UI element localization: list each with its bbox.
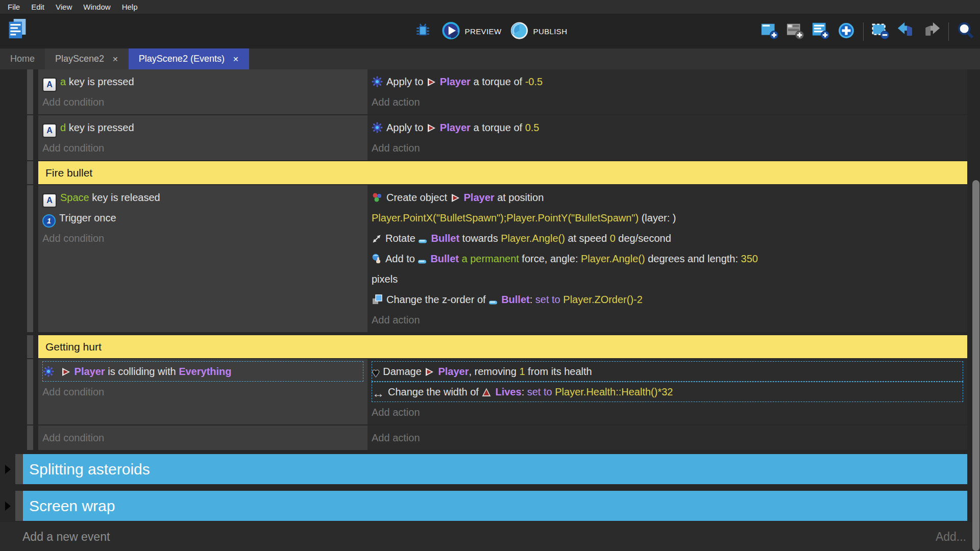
action[interactable]: Apply to Player a torque of -0.5 [372,71,963,92]
group-bar[interactable]: Screen wrap [23,491,967,521]
comment-bar[interactable]: Getting hurt [38,335,967,358]
condition-text: Player [75,366,105,377]
add-condition-button[interactable]: Add condition [42,382,363,402]
expand-group-button[interactable] [0,454,15,484]
tab-playscene2[interactable]: PlayScene2✕ [45,48,129,69]
event-row: Aa key is pressedAdd conditionApply to P… [27,69,967,114]
event-row: ASpace key is released1Trigger onceAdd c… [27,185,967,332]
redo-button[interactable] [921,21,942,42]
conditions-cell: Player is colliding with EverythingAdd c… [38,359,368,424]
action-text: force, angle: [519,253,581,264]
add-action-button[interactable]: Add action [372,402,963,422]
action-text: Add to [385,253,418,264]
close-tab-icon[interactable]: ✕ [112,55,118,63]
menu-item-edit[interactable]: Edit [26,2,50,12]
vertical-scrollbar[interactable] [972,180,979,551]
redo-icon [922,21,941,42]
width-arrow-icon: ↔ [372,387,384,399]
preview-button[interactable]: PREVIEW [442,21,502,42]
action[interactable]: ♥Damage Player, removing 1 from its heal… [372,361,963,382]
comment-bar[interactable]: Fire bullet [38,161,967,184]
add-subevent-button[interactable] [785,21,805,42]
close-tab-icon[interactable]: ✕ [233,55,239,63]
tab-playscene2-events[interactable]: PlayScene2 (Events)✕ [129,48,249,69]
action[interactable]: Apply to Player a torque of 0.5 [372,117,963,138]
event-drag-handle[interactable] [15,491,23,521]
actions-cell: Apply to Player a torque of -0.5Add acti… [368,69,967,114]
action-text: 0 [610,233,616,244]
action-text: Player [464,192,495,203]
event-drag-handle[interactable] [27,425,33,450]
event-drag-handle[interactable] [27,335,33,358]
add-condition-button[interactable]: Add condition [42,428,363,448]
action[interactable]: Change the z-order of Bullet: set to Pla… [372,289,963,310]
group-event-row: Screen wrap [0,491,967,521]
menu-item-view[interactable]: View [50,2,78,12]
condition[interactable]: ASpace key is released [42,187,363,208]
conditions-cell: Add condition [38,425,368,450]
debug-button[interactable] [413,21,433,42]
undo-button[interactable] [896,21,916,42]
search-events-button[interactable] [955,21,976,42]
action-text: Apply to [386,122,426,133]
tab-home[interactable]: Home [0,48,45,69]
event-drag-handle[interactable] [27,115,33,160]
keyboard-key-icon: A [42,78,57,92]
add-event-button[interactable] [760,21,780,42]
event-drag-handle[interactable] [27,359,33,424]
action-text: Player [440,76,471,87]
event-drag-handle[interactable] [27,161,33,184]
trigger-once-icon: 1 [42,214,56,228]
publish-globe-icon [509,21,529,42]
action-text: Damage [383,366,424,377]
add-button[interactable]: Add... [936,530,966,544]
add-new-event-button[interactable]: Add a new event [22,530,110,544]
condition-text: a [60,76,66,87]
action-text: Player.ZOrder()-2 [563,294,643,305]
publish-button[interactable]: PUBLISH [509,21,567,42]
bullet-icon [418,259,427,264]
event-drag-handle[interactable] [27,69,33,114]
action[interactable]: Create object Player at position Player.… [372,187,963,228]
event-drag-handle[interactable] [15,454,23,484]
expand-group-button[interactable] [0,491,15,521]
project-manager-button[interactable] [6,17,29,43]
player-ship-icon [426,77,436,87]
comment-text: Getting hurt [45,341,102,353]
debug-icon [414,22,432,41]
add-action-button[interactable]: Add action [372,92,963,112]
action[interactable]: Rotate Bullet towards Player.Angle() at … [372,228,963,248]
menu-item-window[interactable]: Window [78,2,116,12]
conditions-cell: Aa key is pressedAdd condition [38,69,368,114]
action-text: Bullet [430,253,459,264]
action[interactable]: Add to Bullet a permanent force, angle: … [372,248,963,289]
add-action-button[interactable]: Add action [372,138,963,158]
condition[interactable]: Aa key is pressed [42,71,363,92]
add-event-icon [760,21,779,42]
add-condition-button[interactable]: Add condition [42,138,363,158]
condition[interactable]: 1Trigger once [42,208,363,228]
group-bar[interactable]: Splitting asteroids [23,454,967,484]
condition[interactable]: Ad key is pressed [42,117,363,138]
add-instruction-button[interactable] [836,21,856,42]
action-text: at position [495,192,544,203]
menu-item-help[interactable]: Help [116,2,143,12]
add-condition-button[interactable]: Add condition [42,92,363,112]
menu-item-file[interactable]: File [2,2,26,12]
add-condition-button[interactable]: Add condition [42,228,363,248]
physics-gear-icon [372,76,383,87]
action-text: Change the z-order of [386,294,488,305]
event-drag-handle[interactable] [27,185,33,332]
condition[interactable]: Player is colliding with Everything [42,361,363,382]
action-text: pixels [372,273,398,285]
project-manager-icon [7,17,28,43]
player-ship-icon [61,367,71,377]
action-text: towards [459,233,501,244]
remove-selection-button[interactable] [870,21,891,42]
tab-label: Home [10,54,35,64]
add-comment-button[interactable] [811,21,831,42]
action-text: Bullet [501,294,530,305]
add-action-button[interactable]: Add action [372,310,963,330]
action[interactable]: ↔Change the width of Lives: set to Playe… [372,382,963,402]
add-action-button[interactable]: Add action [372,428,963,448]
